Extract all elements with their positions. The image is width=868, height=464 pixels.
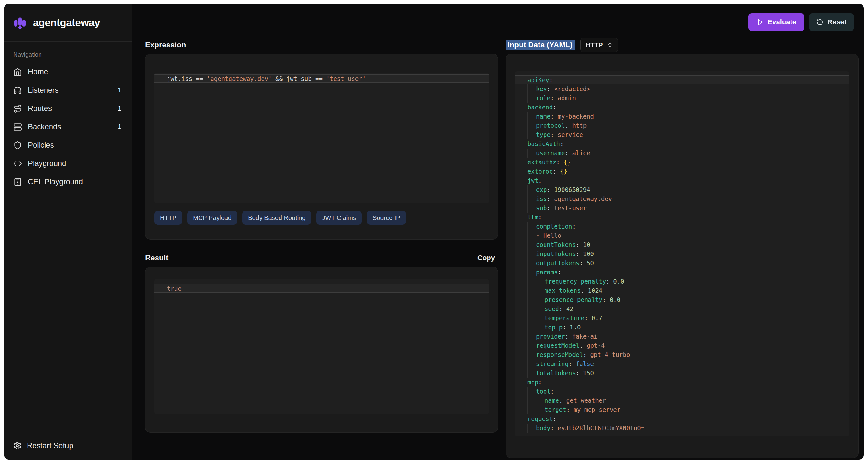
evaluate-label: Evaluate — [768, 18, 797, 26]
result-card: true — [145, 267, 498, 433]
code-line: completion: — [515, 222, 849, 231]
code-line: sub: test-user — [515, 204, 849, 213]
code-line: requestModel: gpt-4 — [515, 341, 849, 350]
app-title: agentgateway — [33, 17, 100, 29]
code-line: username: alice — [515, 148, 849, 158]
example-tag-jwt-claims[interactable]: JWT Claims — [316, 211, 362, 225]
input-format-select[interactable]: HTTP — [580, 38, 618, 52]
play-icon — [757, 19, 764, 26]
code-line: top_p: 1.0 — [515, 323, 849, 332]
sidebar-item-backends[interactable]: Backends1 — [9, 118, 127, 136]
home-icon — [13, 68, 22, 76]
code-line: presence_penalty: 0.0 — [515, 295, 849, 304]
result-title: Result — [145, 254, 168, 262]
sidebar-item-listeners[interactable]: Listeners1 — [9, 81, 127, 99]
code-line: apiKey: — [515, 75, 849, 85]
content: Expression jwt.iss == 'agentgateway.dev'… — [132, 33, 864, 460]
sidebar-item-policies[interactable]: Policies — [9, 136, 127, 154]
code-line: key: <redacted> — [515, 85, 849, 94]
sidebar-item-home[interactable]: Home — [9, 63, 127, 81]
input-data-header: Input Data (YAML) HTTP — [506, 37, 859, 53]
code-line: max_tokens: 1024 — [515, 286, 849, 295]
expression-editor[interactable]: jwt.iss == 'agentgateway.dev' && jwt.sub… — [154, 73, 489, 203]
example-tag-body-based-routing[interactable]: Body Based Routing — [242, 211, 311, 225]
code-line: countTokens: 10 — [515, 240, 849, 250]
code-line: target: my-mcp-server — [515, 405, 849, 415]
chevrons-up-down-icon — [607, 42, 613, 48]
sidebar-nav: Navigation HomeListeners1Routes1Backends… — [4, 42, 132, 441]
nav-section-label: Navigation — [13, 51, 127, 58]
result-header: Result Copy — [145, 250, 498, 266]
code-line: mcp: — [515, 378, 849, 387]
sidebar-item-label: Routes — [28, 104, 52, 113]
example-tag-mcp-payload[interactable]: MCP Payload — [187, 211, 237, 225]
code-line: frequency_penalty: 0.0 — [515, 277, 849, 286]
code-line: seed: 42 — [515, 304, 849, 313]
code-line: outputTokens: 50 — [515, 259, 849, 268]
shield-icon — [13, 141, 22, 150]
headphones-icon — [13, 86, 22, 95]
rotate-ccw-icon — [816, 19, 824, 26]
code-line: - Hello — [515, 231, 849, 240]
example-tag-http[interactable]: HTTP — [154, 211, 182, 225]
sidebar-item-label: CEL Playground — [28, 177, 83, 186]
sidebar-item-routes[interactable]: Routes1 — [9, 99, 127, 118]
code-line: true — [154, 284, 489, 293]
sidebar-item-cel-playground[interactable]: CEL Playground — [9, 173, 127, 191]
code-line: role: admin — [515, 94, 849, 103]
example-tags: HTTPMCP PayloadBody Based RoutingJWT Cla… — [154, 211, 489, 225]
sidebar-item-playground[interactable]: Playground — [9, 154, 127, 173]
yaml-editor[interactable]: apiKey:key: <redacted>role: adminbackend… — [515, 71, 849, 436]
code-icon — [13, 159, 22, 168]
calculator-icon — [13, 178, 22, 186]
reset-label: Reset — [828, 18, 846, 26]
route-icon — [13, 104, 22, 113]
code-line: exp: 1900650294 — [515, 185, 849, 194]
count-badge: 1 — [118, 123, 123, 131]
code-line: llm: — [515, 213, 849, 222]
code-line: jwt: — [515, 176, 849, 185]
code-line: name: my-backend — [515, 112, 849, 121]
code-line: basicAuth: — [515, 139, 849, 148]
agentgateway-logo-icon — [13, 15, 27, 30]
code-line: inputTokens: 100 — [515, 250, 849, 259]
code-line: streaming: false — [515, 359, 849, 369]
main-area: Evaluate Reset Expression jwt.iss == 'ag… — [132, 4, 864, 460]
code-line: type: service — [515, 130, 849, 139]
gear-icon — [13, 441, 22, 450]
copy-button[interactable]: Copy — [474, 251, 498, 265]
sidebar-item-label: Listeners — [28, 86, 59, 95]
left-column: Expression jwt.iss == 'agentgateway.dev'… — [145, 37, 498, 460]
input-format-value: HTTP — [586, 41, 603, 49]
restart-setup-button[interactable]: Restart Setup — [4, 441, 132, 460]
result-editor[interactable]: true — [154, 279, 489, 414]
sidebar-item-label: Home — [28, 67, 48, 76]
right-column: Input Data (YAML) HTTP apiKey:key: <reda… — [506, 37, 859, 460]
reset-button[interactable]: Reset — [809, 13, 854, 31]
topbar: Evaluate Reset — [132, 4, 864, 33]
code-line: params: — [515, 268, 849, 277]
input-data-card: apiKey:key: <redacted>role: adminbackend… — [506, 54, 859, 458]
nav-list: HomeListeners1Routes1Backends1PoliciesPl… — [9, 63, 127, 191]
code-line: temperature: 0.7 — [515, 313, 849, 323]
code-line: jwt.iss == 'agentgateway.dev' && jwt.sub… — [154, 74, 489, 83]
code-line: protocol: http — [515, 121, 849, 130]
code-line: totalTokens: 150 — [515, 369, 849, 378]
restart-setup-label: Restart Setup — [27, 441, 73, 450]
code-line: backend: — [515, 103, 849, 112]
brand[interactable]: agentgateway — [4, 4, 132, 42]
sidebar-item-label: Policies — [28, 141, 54, 150]
code-line: name: get_weather — [515, 396, 849, 405]
code-line: provider: fake-ai — [515, 332, 849, 341]
server-icon — [13, 123, 22, 131]
code-line: responseModel: gpt-4-turbo — [515, 350, 849, 359]
sidebar-item-label: Backends — [28, 122, 61, 131]
evaluate-button[interactable]: Evaluate — [748, 13, 805, 31]
app-window: agentgateway Navigation HomeListeners1Ro… — [4, 4, 864, 460]
input-data-title: Input Data (YAML) — [506, 40, 575, 49]
sidebar-item-label: Playground — [28, 159, 66, 168]
example-tag-source-ip[interactable]: Source IP — [367, 211, 406, 225]
expression-card: jwt.iss == 'agentgateway.dev' && jwt.sub… — [145, 54, 498, 240]
code-line: extauthz: {} — [515, 158, 849, 167]
code-line: body: eyJtb2RlbCI6ICJmYXN0In0= — [515, 424, 849, 433]
